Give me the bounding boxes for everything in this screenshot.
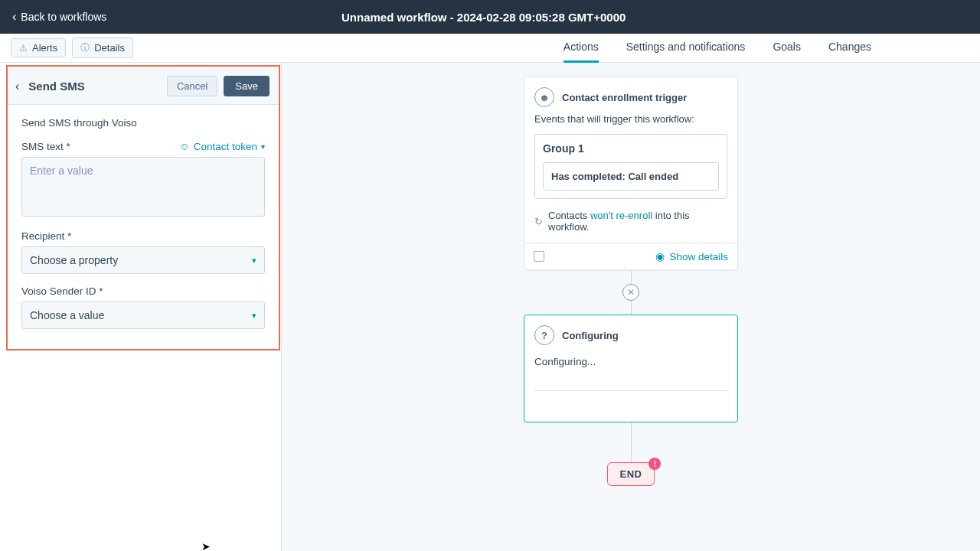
- caret-down-icon: ▾: [252, 311, 256, 321]
- sub-toolbar: ⚠ Alerts ⓘ Details Actions Settings and …: [0, 34, 980, 63]
- person-icon: ☺: [179, 141, 190, 152]
- configuring-title: Configuring: [562, 330, 619, 341]
- workflow-title: Unnamed workflow - 2024-02-28 09:05:28 G…: [106, 11, 861, 24]
- connector-line: [631, 301, 632, 315]
- connector-line: [631, 270, 632, 284]
- workflow-canvas[interactable]: ☻ Contact enrollment trigger Events that…: [282, 63, 980, 551]
- refresh-icon: ↻: [534, 216, 543, 227]
- back-to-workflows-link[interactable]: ‹ Back to workflows: [12, 10, 106, 24]
- top-bar: ‹ Back to workflows Unnamed workflow - 2…: [0, 0, 980, 34]
- trigger-title: Contact enrollment trigger: [562, 92, 687, 103]
- end-label: END: [607, 462, 655, 486]
- configuring-card[interactable]: ? Configuring Configuring...: [524, 315, 738, 422]
- alert-icon: ⚠: [19, 43, 28, 54]
- reenroll-note: ↻ Contacts won't re-enroll into this wor…: [534, 210, 727, 233]
- end-alert-badge: !: [648, 458, 661, 470]
- details-label: Details: [94, 42, 125, 54]
- action-config-panel: ‹ Send SMS Cancel Save Send SMS through …: [0, 63, 282, 551]
- recipient-select[interactable]: Choose a property ▾: [21, 246, 265, 274]
- show-details-button[interactable]: ◉ Show details: [655, 250, 728, 262]
- connector-line: [631, 422, 632, 462]
- configuring-footer-sep: [534, 390, 727, 412]
- eye-icon: ◉: [655, 250, 665, 262]
- configuring-body: Configuring...: [534, 351, 727, 367]
- info-icon: ⓘ: [80, 41, 90, 54]
- question-icon: ?: [534, 325, 554, 345]
- trigger-footer: ◉ Show details: [524, 243, 737, 269]
- panel-title: Send SMS: [28, 80, 161, 93]
- tab-changes[interactable]: Changes: [828, 34, 871, 63]
- reenroll-link[interactable]: won't re-enroll: [590, 210, 652, 221]
- sms-text-field-header: SMS text * ☺ Contact token ▾: [21, 141, 265, 152]
- alerts-button[interactable]: ⚠ Alerts: [11, 38, 66, 57]
- group-name: Group 1: [543, 142, 719, 155]
- workspace: ‹ Send SMS Cancel Save Send SMS through …: [0, 63, 980, 551]
- panel-body: Send SMS through Voiso SMS text * ☺ Cont…: [8, 105, 279, 349]
- remove-action-button[interactable]: ✕: [622, 284, 639, 301]
- panel-description: Send SMS through Voiso: [21, 117, 265, 129]
- token-label: Contact token: [194, 141, 257, 152]
- trigger-group-box: Group 1 Has completed: Call ended: [534, 134, 727, 199]
- trigger-rule[interactable]: Has completed: Call ended: [543, 162, 719, 191]
- panel-back-button[interactable]: ‹: [12, 78, 22, 95]
- sender-id-placeholder: Choose a value: [30, 309, 104, 321]
- reenroll-pre: Contacts: [548, 210, 590, 221]
- cancel-button[interactable]: Cancel: [167, 76, 217, 96]
- show-details-label: Show details: [669, 251, 728, 262]
- recipient-section: Recipient * Choose a property ▾: [21, 230, 265, 274]
- tab-bar: Actions Settings and notifications Goals…: [564, 34, 871, 63]
- sms-text-input[interactable]: [21, 157, 265, 217]
- cursor-icon: ➤: [201, 540, 211, 551]
- tab-goals[interactable]: Goals: [773, 34, 801, 63]
- recipient-label: Recipient *: [21, 230, 71, 242]
- sender-id-section: Voiso Sender ID * Choose a value ▾: [21, 285, 265, 329]
- trigger-card[interactable]: ☻ Contact enrollment trigger Events that…: [524, 77, 738, 270]
- sms-text-label: SMS text *: [21, 141, 70, 152]
- panel-header: ‹ Send SMS Cancel Save: [8, 67, 279, 105]
- recipient-placeholder: Choose a property: [30, 254, 118, 266]
- back-label: Back to workflows: [21, 11, 106, 23]
- tab-settings[interactable]: Settings and notifications: [626, 34, 746, 63]
- trigger-subtitle: Events that will trigger this workflow:: [534, 113, 727, 125]
- contact-token-dropdown[interactable]: ☺ Contact token ▾: [179, 141, 265, 152]
- save-button[interactable]: Save: [224, 76, 270, 96]
- sender-id-label: Voiso Sender ID *: [21, 285, 103, 297]
- flow-column: ☻ Contact enrollment trigger Events that…: [282, 77, 980, 486]
- clipboard-icon[interactable]: [534, 251, 544, 262]
- sender-id-select[interactable]: Choose a value ▾: [21, 302, 265, 329]
- caret-down-icon: ▾: [261, 142, 265, 151]
- panel-highlight-outline: ‹ Send SMS Cancel Save Send SMS through …: [6, 65, 280, 350]
- contact-icon: ☻: [534, 87, 554, 107]
- end-node[interactable]: END !: [607, 462, 655, 486]
- chevron-left-icon: ‹: [12, 10, 16, 24]
- tab-actions[interactable]: Actions: [564, 34, 599, 63]
- details-button[interactable]: ⓘ Details: [72, 37, 133, 58]
- caret-down-icon: ▾: [252, 256, 256, 266]
- alerts-label: Alerts: [32, 42, 57, 54]
